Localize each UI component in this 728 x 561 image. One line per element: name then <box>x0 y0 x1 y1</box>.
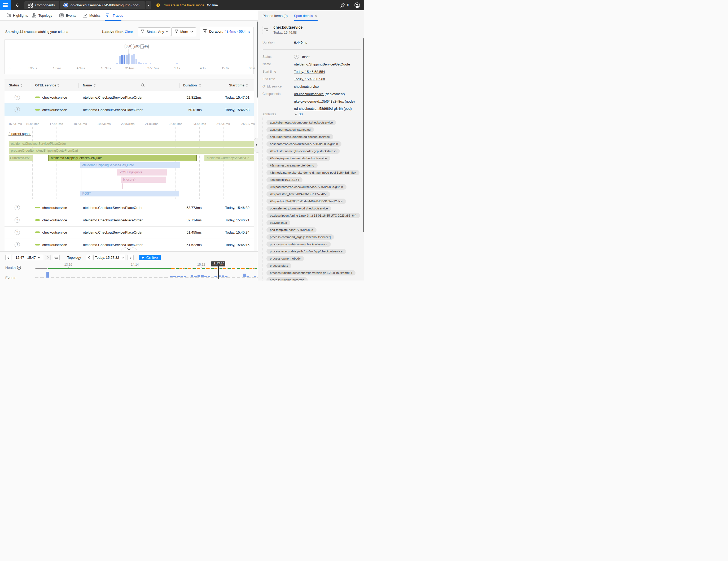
svg-text:?: ? <box>18 266 20 269</box>
